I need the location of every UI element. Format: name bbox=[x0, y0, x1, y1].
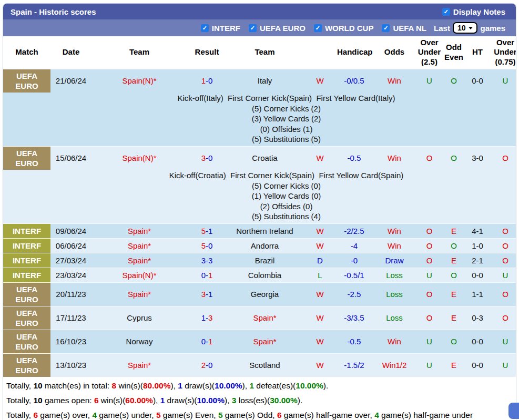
home-score: 3 bbox=[201, 290, 206, 299]
ht-cell: 1-0 bbox=[466, 238, 489, 253]
note-line: (2) Offsides (0) bbox=[50, 201, 516, 212]
games-count-select[interactable]: 10 bbox=[453, 22, 478, 34]
over-under-075-value: U bbox=[503, 337, 508, 346]
summary-segment: 60.00% bbox=[125, 396, 153, 405]
display-notes-toggle[interactable]: ✓ Display Notes bbox=[442, 7, 505, 16]
checkbox-checked-icon[interactable]: ✓ bbox=[314, 24, 322, 32]
over-under-075-cell: U bbox=[489, 353, 516, 377]
summary-segment: game(s) half-game over, bbox=[282, 411, 375, 420]
summary-segment: game(s) Even, bbox=[161, 411, 218, 420]
away-team-cell: Andorra bbox=[227, 238, 303, 253]
over-under-075-cell: O bbox=[489, 282, 516, 306]
filter-checkbox-uefa-nl[interactable]: ✓UEFA NL bbox=[382, 24, 426, 33]
summary-segment: game(s) under, bbox=[97, 411, 156, 420]
away-team: Georgia bbox=[251, 290, 279, 299]
handicap-value: -3/3.5 bbox=[344, 313, 364, 322]
note-line: Kick-off(Italy) First Corner Kick(Spain)… bbox=[50, 93, 516, 104]
league-badge: INTERF bbox=[3, 268, 50, 282]
date-cell: 16/10/23 bbox=[50, 330, 91, 353]
over-under-075-value: O bbox=[502, 153, 508, 162]
wdl-letter: W bbox=[316, 290, 323, 299]
match-row: UEFA EURO13/10/23Spain*2-0ScotlandW-1.5/… bbox=[3, 353, 516, 377]
league-badge: UEFA EURO bbox=[3, 283, 50, 306]
summary-segment: 1 bbox=[178, 381, 182, 391]
over-under-075-value: O bbox=[502, 227, 508, 235]
away-team: Spain* bbox=[253, 337, 276, 346]
filter-label: WORLD CUP bbox=[325, 24, 374, 33]
odd-even-cell: O bbox=[441, 146, 466, 170]
away-team-cell: Georgia bbox=[227, 282, 303, 306]
date-cell: 27/03/24 bbox=[50, 253, 91, 268]
league-cell: UEFA EURO bbox=[3, 146, 50, 170]
wdl-letter: W bbox=[316, 313, 323, 322]
ht-cell: 0-0 bbox=[466, 330, 489, 353]
home-team: Spain* bbox=[128, 361, 151, 370]
filter-checkbox-uefa-euro[interactable]: ✓UEFA EURO bbox=[249, 24, 306, 33]
column-header: Match bbox=[3, 36, 50, 69]
checkbox-checked-icon[interactable]: ✓ bbox=[201, 24, 209, 32]
home-score: 0 bbox=[201, 271, 206, 280]
result-cell: 1-3 bbox=[187, 306, 227, 330]
result-cell: 0-1 bbox=[187, 330, 227, 353]
date-cell: 13/10/23 bbox=[50, 353, 91, 377]
summary-segment: 1 bbox=[160, 396, 165, 405]
wdl-cell: W bbox=[303, 146, 337, 170]
column-header: Handicap bbox=[337, 36, 371, 69]
ht-cell: 3-0 bbox=[466, 146, 489, 170]
summary-segment: 10.00% bbox=[197, 396, 225, 405]
filter-checkbox-world-cup[interactable]: ✓WORLD CUP bbox=[314, 24, 374, 33]
over-under-25-value: U bbox=[426, 337, 432, 346]
handicap-value: -0.5 bbox=[348, 153, 361, 162]
wdl-cell: W bbox=[303, 223, 337, 238]
notes-left-cell bbox=[3, 170, 50, 223]
result-cell: 1-0 bbox=[187, 69, 227, 93]
over-under-25-value: U bbox=[426, 361, 432, 370]
filter-checkbox-interf[interactable]: ✓INTERF bbox=[201, 24, 240, 33]
odds-cell: Win bbox=[371, 69, 418, 93]
games-count-value: 10 bbox=[457, 24, 466, 32]
note-line: (1) Yellow Cards (0) bbox=[50, 191, 516, 201]
odd-even-cell: E bbox=[441, 353, 466, 377]
home-team: Spain* bbox=[128, 241, 151, 250]
handicap-value: -0.5 bbox=[348, 337, 361, 346]
home-team-cell: Spain(N)* bbox=[91, 268, 187, 282]
over-under-25-value: O bbox=[426, 227, 433, 235]
summary-segment: 10 bbox=[33, 396, 42, 405]
summary-segment: games open: bbox=[43, 396, 94, 405]
over-under-25-cell: O bbox=[418, 238, 441, 253]
away-team-cell: Spain* bbox=[227, 306, 303, 330]
wdl-letter: W bbox=[316, 227, 323, 235]
historic-scores-table: MatchDateTeamResultTeamHandicapOddsOver … bbox=[3, 36, 516, 377]
summary-segment: ), bbox=[225, 396, 232, 405]
over-under-075-value: O bbox=[502, 313, 508, 322]
ht-value: 2-1 bbox=[472, 256, 483, 265]
over-under-075-cell: O bbox=[489, 253, 516, 268]
summary-segment: 8 bbox=[111, 381, 116, 391]
odds-cell: Win bbox=[371, 223, 418, 238]
page: Spain - Historic scores ✓ Display Notes … bbox=[0, 0, 519, 420]
over-under-25-cell: U bbox=[418, 330, 441, 353]
league-cell: INTERF bbox=[3, 268, 50, 282]
home-score: 5 bbox=[201, 241, 206, 250]
odd-even-value: O bbox=[451, 337, 457, 346]
match-row: UEFA EURO15/06/24Spain(N)*3-0CroatiaW-0.… bbox=[3, 146, 516, 170]
odd-even-cell: E bbox=[441, 253, 466, 268]
summary-segment: 10 bbox=[33, 381, 42, 391]
handicap-cell: -0.5/1 bbox=[337, 268, 371, 282]
odd-even-value: E bbox=[451, 313, 456, 322]
checkbox-checked-icon[interactable]: ✓ bbox=[249, 24, 257, 32]
checkbox-checked-icon[interactable]: ✓ bbox=[382, 24, 390, 32]
odds-value: Win bbox=[388, 227, 401, 235]
scroll-corner-button[interactable] bbox=[508, 403, 519, 419]
summary-segment: 5 bbox=[218, 411, 223, 420]
home-team-cell: Spain* bbox=[91, 238, 187, 253]
away-team: Northern Ireland bbox=[236, 227, 293, 235]
home-team-cell: Spain* bbox=[91, 253, 187, 268]
date-cell: 23/03/24 bbox=[50, 268, 91, 282]
odd-even-cell: E bbox=[441, 223, 466, 238]
wdl-cell: W bbox=[303, 330, 337, 353]
odd-even-cell: O bbox=[441, 238, 466, 253]
checkbox-checked-icon[interactable]: ✓ bbox=[442, 8, 450, 16]
column-header bbox=[303, 36, 337, 69]
home-team: Spain* bbox=[128, 256, 151, 265]
